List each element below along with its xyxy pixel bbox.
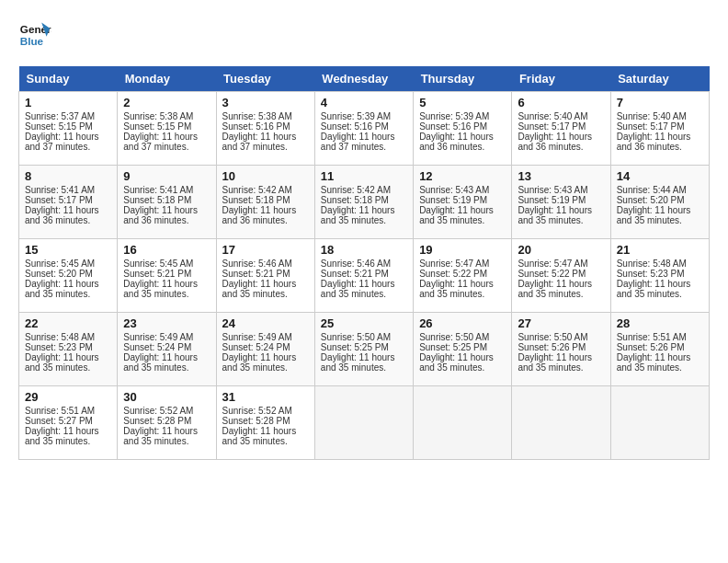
- daylight-text: Daylight: 11 hours and 37 minutes.: [222, 132, 297, 152]
- sunrise-text: Sunrise: 5:50 AM: [321, 332, 391, 342]
- day-number: 20: [518, 243, 604, 257]
- calendar-cell: 15 Sunrise: 5:45 AM Sunset: 5:20 PM Dayl…: [19, 239, 118, 313]
- day-number: 18: [321, 243, 407, 257]
- day-number: 31: [222, 390, 309, 404]
- sunset-text: Sunset: 5:22 PM: [419, 269, 487, 279]
- daylight-text: Daylight: 11 hours and 35 minutes.: [25, 426, 99, 446]
- sunrise-text: Sunrise: 5:41 AM: [25, 185, 95, 195]
- day-number: 22: [25, 316, 111, 330]
- day-number: 21: [617, 243, 703, 257]
- sunset-text: Sunset: 5:26 PM: [518, 342, 586, 352]
- daylight-text: Daylight: 11 hours and 35 minutes.: [123, 426, 198, 446]
- calendar-cell: 12 Sunrise: 5:43 AM Sunset: 5:19 PM Dayl…: [414, 166, 512, 239]
- calendar-cell: 20 Sunrise: 5:47 AM Sunset: 5:22 PM Dayl…: [512, 239, 610, 313]
- calendar-cell: [610, 386, 709, 460]
- day-number: 17: [222, 243, 309, 257]
- sunset-text: Sunset: 5:23 PM: [617, 269, 685, 279]
- daylight-text: Daylight: 11 hours and 35 minutes.: [222, 279, 297, 299]
- sunset-text: Sunset: 5:18 PM: [321, 195, 389, 205]
- sunrise-text: Sunrise: 5:49 AM: [222, 332, 292, 342]
- header-tuesday: Tuesday: [216, 66, 314, 92]
- day-number: 19: [419, 243, 506, 257]
- sunset-text: Sunset: 5:23 PM: [25, 342, 93, 352]
- calendar-cell: 8 Sunrise: 5:41 AM Sunset: 5:17 PM Dayli…: [19, 166, 118, 239]
- day-number: 15: [25, 243, 111, 257]
- daylight-text: Daylight: 11 hours and 35 minutes.: [25, 279, 99, 299]
- daylight-text: Daylight: 11 hours and 35 minutes.: [321, 352, 395, 373]
- calendar-cell: 26 Sunrise: 5:50 AM Sunset: 5:25 PM Dayl…: [414, 313, 512, 386]
- sunset-text: Sunset: 5:18 PM: [222, 195, 290, 205]
- sunrise-text: Sunrise: 5:50 AM: [518, 332, 587, 342]
- day-number: 30: [123, 390, 210, 404]
- daylight-text: Daylight: 11 hours and 37 minutes.: [321, 132, 395, 152]
- sunset-text: Sunset: 5:17 PM: [518, 121, 586, 132]
- calendar-cell: [314, 386, 413, 460]
- sunset-text: Sunset: 5:20 PM: [25, 269, 93, 279]
- week-row-5: 29 Sunrise: 5:51 AM Sunset: 5:27 PM Dayl…: [19, 386, 710, 460]
- calendar-cell: 16 Sunrise: 5:45 AM Sunset: 5:21 PM Dayl…: [118, 239, 216, 313]
- calendar-header-row: SundayMondayTuesdayWednesdayThursdayFrid…: [19, 66, 710, 92]
- daylight-text: Daylight: 11 hours and 35 minutes.: [123, 279, 198, 299]
- sunrise-text: Sunrise: 5:48 AM: [25, 332, 95, 342]
- sunset-text: Sunset: 5:21 PM: [123, 269, 191, 279]
- day-number: 2: [123, 96, 210, 109]
- sunrise-text: Sunrise: 5:47 AM: [419, 259, 489, 269]
- calendar-table: SundayMondayTuesdayWednesdayThursdayFrid…: [18, 66, 710, 460]
- day-number: 10: [222, 169, 309, 183]
- sunset-text: Sunset: 5:17 PM: [617, 121, 685, 132]
- calendar-cell: 7 Sunrise: 5:40 AM Sunset: 5:17 PM Dayli…: [610, 92, 709, 166]
- sunrise-text: Sunrise: 5:51 AM: [617, 332, 687, 342]
- calendar-cell: 9 Sunrise: 5:41 AM Sunset: 5:18 PM Dayli…: [118, 166, 216, 239]
- daylight-text: Daylight: 11 hours and 35 minutes.: [321, 205, 395, 225]
- header-saturday: Saturday: [610, 66, 709, 92]
- sunrise-text: Sunrise: 5:47 AM: [518, 259, 587, 269]
- daylight-text: Daylight: 11 hours and 35 minutes.: [617, 352, 691, 373]
- header-thursday: Thursday: [414, 66, 512, 92]
- header-wednesday: Wednesday: [314, 66, 413, 92]
- sunset-text: Sunset: 5:21 PM: [222, 269, 290, 279]
- sunset-text: Sunset: 5:25 PM: [419, 342, 487, 352]
- daylight-text: Daylight: 11 hours and 36 minutes.: [419, 132, 494, 152]
- sunrise-text: Sunrise: 5:50 AM: [419, 332, 489, 342]
- sunrise-text: Sunrise: 5:43 AM: [419, 185, 489, 195]
- header-friday: Friday: [512, 66, 610, 92]
- header-monday: Monday: [118, 66, 216, 92]
- sunrise-text: Sunrise: 5:52 AM: [222, 406, 292, 416]
- sunrise-text: Sunrise: 5:44 AM: [617, 185, 687, 195]
- daylight-text: Daylight: 11 hours and 35 minutes.: [222, 352, 297, 373]
- day-number: 23: [123, 316, 210, 330]
- sunset-text: Sunset: 5:15 PM: [25, 121, 93, 132]
- sunset-text: Sunset: 5:16 PM: [321, 121, 389, 132]
- calendar-cell: 23 Sunrise: 5:49 AM Sunset: 5:24 PM Dayl…: [118, 313, 216, 386]
- calendar-cell: 22 Sunrise: 5:48 AM Sunset: 5:23 PM Dayl…: [19, 313, 118, 386]
- sunset-text: Sunset: 5:17 PM: [25, 195, 93, 205]
- daylight-text: Daylight: 11 hours and 35 minutes.: [419, 205, 494, 225]
- calendar-cell: 29 Sunrise: 5:51 AM Sunset: 5:27 PM Dayl…: [19, 386, 118, 460]
- header: General Blue: [18, 18, 710, 52]
- calendar-cell: 18 Sunrise: 5:46 AM Sunset: 5:21 PM Dayl…: [314, 239, 413, 313]
- calendar-cell: 24 Sunrise: 5:49 AM Sunset: 5:24 PM Dayl…: [216, 313, 314, 386]
- calendar-cell: 4 Sunrise: 5:39 AM Sunset: 5:16 PM Dayli…: [314, 92, 413, 166]
- day-number: 29: [25, 390, 111, 404]
- sunset-text: Sunset: 5:21 PM: [321, 269, 389, 279]
- day-number: 9: [123, 169, 210, 183]
- day-number: 14: [617, 169, 703, 183]
- day-number: 25: [321, 316, 407, 330]
- sunrise-text: Sunrise: 5:43 AM: [518, 185, 587, 195]
- calendar-cell: 14 Sunrise: 5:44 AM Sunset: 5:20 PM Dayl…: [610, 166, 709, 239]
- sunset-text: Sunset: 5:24 PM: [222, 342, 290, 352]
- calendar-cell: 31 Sunrise: 5:52 AM Sunset: 5:28 PM Dayl…: [216, 386, 314, 460]
- header-sunday: Sunday: [19, 66, 118, 92]
- week-row-3: 15 Sunrise: 5:45 AM Sunset: 5:20 PM Dayl…: [19, 239, 710, 313]
- sunrise-text: Sunrise: 5:39 AM: [321, 111, 391, 121]
- sunset-text: Sunset: 5:25 PM: [321, 342, 389, 352]
- sunset-text: Sunset: 5:24 PM: [123, 342, 191, 352]
- day-number: 26: [419, 316, 506, 330]
- calendar-cell: 21 Sunrise: 5:48 AM Sunset: 5:23 PM Dayl…: [610, 239, 709, 313]
- day-number: 4: [321, 96, 407, 109]
- daylight-text: Daylight: 11 hours and 36 minutes.: [123, 205, 198, 225]
- day-number: 11: [321, 169, 407, 183]
- daylight-text: Daylight: 11 hours and 36 minutes.: [25, 205, 99, 225]
- day-number: 1: [25, 96, 111, 109]
- sunrise-text: Sunrise: 5:39 AM: [419, 111, 489, 121]
